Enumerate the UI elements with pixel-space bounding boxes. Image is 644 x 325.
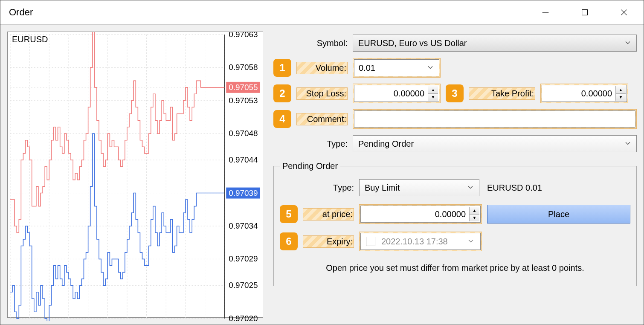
svg-text:0.97020: 0.97020 bbox=[229, 314, 258, 321]
pending-order-group: Pending Order Type: Buy Limit EURUSD 0.0… bbox=[273, 161, 637, 286]
minimize-icon bbox=[541, 8, 550, 17]
stoploss-label: Stop Loss: bbox=[296, 87, 348, 100]
pending-type-value: Buy Limit bbox=[365, 183, 400, 193]
svg-text:0.97025: 0.97025 bbox=[229, 281, 258, 290]
volume-label: Volume: bbox=[296, 62, 348, 74]
chevron-down-icon bbox=[624, 139, 631, 149]
window-title: Order bbox=[9, 7, 526, 18]
svg-text:0.97044: 0.97044 bbox=[229, 155, 258, 164]
chart-symbol-label: EURUSD bbox=[12, 35, 48, 44]
svg-text:0.97048: 0.97048 bbox=[229, 129, 258, 138]
maximize-button[interactable] bbox=[565, 0, 604, 24]
expiry-input[interactable]: 2022.10.13 17:38 bbox=[360, 233, 481, 250]
step-up-icon[interactable]: ▲ bbox=[616, 86, 626, 94]
svg-rect-1 bbox=[582, 10, 588, 15]
step-down-icon[interactable]: ▼ bbox=[470, 215, 479, 222]
symbol-label: Symbol: bbox=[296, 38, 348, 48]
expiry-checkbox[interactable] bbox=[366, 237, 375, 246]
close-icon bbox=[619, 8, 629, 17]
svg-text:0.97055: 0.97055 bbox=[229, 83, 258, 92]
takeprofit-value[interactable] bbox=[542, 85, 627, 102]
chevron-down-icon bbox=[467, 237, 474, 247]
svg-text:0.97029: 0.97029 bbox=[229, 254, 258, 263]
chart-canvas: 0.970630.970580.970530.970480.970440.970… bbox=[8, 32, 263, 321]
maximize-icon bbox=[580, 8, 589, 17]
atprice-input[interactable]: ▲▼ bbox=[360, 206, 481, 223]
comment-label: Comment: bbox=[296, 113, 348, 125]
type-label: Type: bbox=[296, 139, 348, 149]
order-type-value: Pending Order bbox=[358, 139, 414, 149]
order-form: Symbol: EURUSD, Euro vs US Dollar 1 Volu… bbox=[273, 32, 637, 318]
stoploss-value[interactable] bbox=[354, 85, 439, 102]
takeprofit-input[interactable]: ▲▼ bbox=[542, 85, 627, 102]
pending-type-label: Type: bbox=[303, 183, 354, 193]
svg-text:0.97058: 0.97058 bbox=[229, 63, 258, 72]
place-button-label: Place bbox=[548, 209, 569, 219]
symbol-value: EURUSD, Euro vs US Dollar bbox=[358, 38, 467, 48]
volume-select[interactable]: 0.01 bbox=[354, 59, 439, 76]
title-bar: Order bbox=[0, 0, 644, 25]
volume-value: 0.01 bbox=[359, 63, 375, 73]
chevron-down-icon bbox=[427, 63, 434, 73]
atprice-label: at price: bbox=[303, 208, 354, 221]
callout-2: 2 bbox=[273, 84, 291, 102]
place-button[interactable]: Place bbox=[487, 205, 630, 223]
callout-1: 1 bbox=[273, 59, 291, 77]
svg-text:0.97053: 0.97053 bbox=[229, 96, 258, 105]
step-down-icon[interactable]: ▼ bbox=[428, 94, 438, 101]
step-up-icon[interactable]: ▲ bbox=[428, 86, 438, 94]
expiry-value: 2022.10.13 17:38 bbox=[381, 237, 448, 247]
step-down-icon[interactable]: ▼ bbox=[616, 94, 626, 101]
pending-type-select[interactable]: Buy Limit bbox=[359, 179, 479, 196]
symbol-select[interactable]: EURUSD, Euro vs US Dollar bbox=[353, 35, 637, 52]
close-button[interactable] bbox=[604, 0, 644, 24]
stoploss-input[interactable]: ▲▼ bbox=[354, 85, 439, 102]
callout-6: 6 bbox=[280, 232, 298, 250]
chart-panel: 0.970630.970580.970530.970480.970440.970… bbox=[7, 32, 263, 318]
pending-summary: EURUSD 0.01 bbox=[487, 183, 542, 193]
chevron-down-icon bbox=[467, 183, 474, 193]
pending-note: Open price you set must differ from mark… bbox=[280, 263, 630, 273]
comment-input[interactable] bbox=[354, 110, 635, 128]
svg-text:0.97039: 0.97039 bbox=[229, 189, 258, 197]
atprice-value[interactable] bbox=[361, 206, 480, 222]
callout-4: 4 bbox=[273, 110, 291, 128]
step-up-icon[interactable]: ▲ bbox=[470, 207, 479, 215]
svg-text:0.97063: 0.97063 bbox=[229, 32, 258, 39]
window-frame: Order 0.970630.970580.970530.970480.9704… bbox=[0, 0, 644, 325]
order-type-select[interactable]: Pending Order bbox=[353, 135, 637, 152]
callout-3: 3 bbox=[446, 84, 464, 102]
pending-legend: Pending Order bbox=[280, 161, 340, 171]
expiry-label: Expiry: bbox=[303, 235, 354, 248]
chevron-down-icon bbox=[624, 38, 631, 48]
takeprofit-label: Take Profit: bbox=[469, 87, 535, 100]
callout-5: 5 bbox=[280, 205, 298, 223]
minimize-button[interactable] bbox=[526, 0, 565, 24]
svg-text:0.97034: 0.97034 bbox=[229, 221, 258, 230]
